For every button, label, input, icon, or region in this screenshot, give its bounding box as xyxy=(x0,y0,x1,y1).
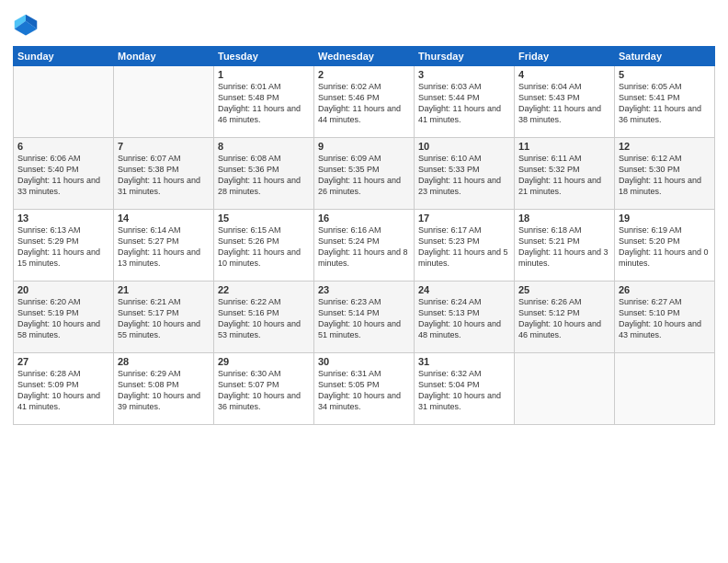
day-number: 26 xyxy=(619,284,711,295)
day-number: 10 xyxy=(418,141,510,152)
day-number: 7 xyxy=(118,141,210,152)
calendar-cell: 30Sunrise: 6:31 AM Sunset: 5:05 PM Dayli… xyxy=(314,353,415,425)
day-info: Sunrise: 6:12 AM Sunset: 5:30 PM Dayligh… xyxy=(619,153,711,198)
day-info: Sunrise: 6:28 AM Sunset: 5:09 PM Dayligh… xyxy=(17,368,109,413)
day-info: Sunrise: 6:11 AM Sunset: 5:32 PM Dayligh… xyxy=(518,153,610,198)
calendar-week: 1Sunrise: 6:01 AM Sunset: 5:48 PM Daylig… xyxy=(14,66,715,138)
calendar-table: SundayMondayTuesdayWednesdayThursdayFrid… xyxy=(13,46,715,425)
calendar-week: 13Sunrise: 6:13 AM Sunset: 5:29 PM Dayli… xyxy=(14,210,715,282)
day-number: 27 xyxy=(17,356,109,367)
day-number: 31 xyxy=(418,356,510,367)
day-number: 4 xyxy=(518,69,610,80)
day-info: Sunrise: 6:23 AM Sunset: 5:14 PM Dayligh… xyxy=(318,296,410,341)
day-info: Sunrise: 6:31 AM Sunset: 5:05 PM Dayligh… xyxy=(318,368,410,413)
page: SundayMondayTuesdayWednesdayThursdayFrid… xyxy=(0,0,728,563)
calendar-cell: 29Sunrise: 6:30 AM Sunset: 5:07 PM Dayli… xyxy=(214,353,314,425)
calendar-cell: 22Sunrise: 6:22 AM Sunset: 5:16 PM Dayli… xyxy=(214,282,314,353)
day-number: 3 xyxy=(418,69,510,80)
calendar-cell: 26Sunrise: 6:27 AM Sunset: 5:10 PM Dayli… xyxy=(615,282,715,353)
calendar-cell: 9Sunrise: 6:09 AM Sunset: 5:35 PM Daylig… xyxy=(314,138,415,210)
weekday-header: Monday xyxy=(114,47,214,66)
calendar-cell: 15Sunrise: 6:15 AM Sunset: 5:26 PM Dayli… xyxy=(214,210,314,282)
day-info: Sunrise: 6:09 AM Sunset: 5:35 PM Dayligh… xyxy=(318,153,410,198)
day-info: Sunrise: 6:13 AM Sunset: 5:29 PM Dayligh… xyxy=(17,224,109,270)
day-info: Sunrise: 6:18 AM Sunset: 5:21 PM Dayligh… xyxy=(518,224,610,270)
calendar-cell: 13Sunrise: 6:13 AM Sunset: 5:29 PM Dayli… xyxy=(14,210,114,282)
day-number: 6 xyxy=(17,141,109,152)
day-info: Sunrise: 6:01 AM Sunset: 5:48 PM Dayligh… xyxy=(218,81,310,126)
day-number: 21 xyxy=(118,284,210,295)
calendar-cell: 16Sunrise: 6:16 AM Sunset: 5:24 PM Dayli… xyxy=(314,210,415,282)
day-info: Sunrise: 6:03 AM Sunset: 5:44 PM Dayligh… xyxy=(418,81,510,126)
day-info: Sunrise: 6:24 AM Sunset: 5:13 PM Dayligh… xyxy=(418,296,510,341)
calendar-cell: 23Sunrise: 6:23 AM Sunset: 5:14 PM Dayli… xyxy=(314,282,415,353)
calendar-cell: 31Sunrise: 6:32 AM Sunset: 5:04 PM Dayli… xyxy=(415,353,515,425)
day-number: 22 xyxy=(218,284,310,295)
calendar-cell: 8Sunrise: 6:08 AM Sunset: 5:36 PM Daylig… xyxy=(214,138,314,210)
day-info: Sunrise: 6:20 AM Sunset: 5:19 PM Dayligh… xyxy=(17,296,109,341)
calendar-week: 20Sunrise: 6:20 AM Sunset: 5:19 PM Dayli… xyxy=(14,282,715,353)
day-info: Sunrise: 6:06 AM Sunset: 5:40 PM Dayligh… xyxy=(17,153,109,198)
calendar-cell: 18Sunrise: 6:18 AM Sunset: 5:21 PM Dayli… xyxy=(515,210,615,282)
weekday-header: Wednesday xyxy=(314,47,415,66)
day-info: Sunrise: 6:30 AM Sunset: 5:07 PM Dayligh… xyxy=(218,368,310,413)
day-info: Sunrise: 6:29 AM Sunset: 5:08 PM Dayligh… xyxy=(118,368,210,413)
day-number: 9 xyxy=(318,141,410,152)
calendar-cell: 4Sunrise: 6:04 AM Sunset: 5:43 PM Daylig… xyxy=(515,66,615,138)
calendar-cell: 11Sunrise: 6:11 AM Sunset: 5:32 PM Dayli… xyxy=(515,138,615,210)
day-info: Sunrise: 6:14 AM Sunset: 5:27 PM Dayligh… xyxy=(118,224,210,270)
day-info: Sunrise: 6:07 AM Sunset: 5:38 PM Dayligh… xyxy=(118,153,210,198)
day-number: 1 xyxy=(218,69,310,80)
weekday-header: Sunday xyxy=(14,47,114,66)
header xyxy=(13,9,715,39)
day-number: 25 xyxy=(518,284,610,295)
calendar-cell xyxy=(615,353,715,425)
day-info: Sunrise: 6:15 AM Sunset: 5:26 PM Dayligh… xyxy=(218,224,310,270)
day-info: Sunrise: 6:08 AM Sunset: 5:36 PM Dayligh… xyxy=(218,153,310,198)
day-number: 8 xyxy=(218,141,310,152)
calendar-cell: 17Sunrise: 6:17 AM Sunset: 5:23 PM Dayli… xyxy=(415,210,515,282)
day-info: Sunrise: 6:19 AM Sunset: 5:20 PM Dayligh… xyxy=(619,224,711,270)
calendar-cell: 12Sunrise: 6:12 AM Sunset: 5:30 PM Dayli… xyxy=(615,138,715,210)
weekday-header: Friday xyxy=(515,47,615,66)
calendar-cell: 7Sunrise: 6:07 AM Sunset: 5:38 PM Daylig… xyxy=(114,138,214,210)
calendar-cell: 14Sunrise: 6:14 AM Sunset: 5:27 PM Dayli… xyxy=(114,210,214,282)
calendar-week: 27Sunrise: 6:28 AM Sunset: 5:09 PM Dayli… xyxy=(14,353,715,425)
calendar-cell: 28Sunrise: 6:29 AM Sunset: 5:08 PM Dayli… xyxy=(114,353,214,425)
calendar-cell: 19Sunrise: 6:19 AM Sunset: 5:20 PM Dayli… xyxy=(615,210,715,282)
calendar-cell xyxy=(515,353,615,425)
day-number: 16 xyxy=(318,213,410,224)
weekday-header: Tuesday xyxy=(214,47,314,66)
logo-icon xyxy=(13,13,39,39)
calendar-cell: 5Sunrise: 6:05 AM Sunset: 5:41 PM Daylig… xyxy=(615,66,715,138)
day-number: 30 xyxy=(318,356,410,367)
calendar-cell: 21Sunrise: 6:21 AM Sunset: 5:17 PM Dayli… xyxy=(114,282,214,353)
calendar-cell xyxy=(114,66,214,138)
weekday-header: Thursday xyxy=(415,47,515,66)
day-info: Sunrise: 6:10 AM Sunset: 5:33 PM Dayligh… xyxy=(418,153,510,198)
day-number: 29 xyxy=(218,356,310,367)
day-number: 15 xyxy=(218,213,310,224)
calendar-cell: 10Sunrise: 6:10 AM Sunset: 5:33 PM Dayli… xyxy=(415,138,515,210)
day-info: Sunrise: 6:05 AM Sunset: 5:41 PM Dayligh… xyxy=(619,81,711,126)
header-row: SundayMondayTuesdayWednesdayThursdayFrid… xyxy=(14,47,715,66)
day-info: Sunrise: 6:27 AM Sunset: 5:10 PM Dayligh… xyxy=(619,296,711,341)
day-info: Sunrise: 6:17 AM Sunset: 5:23 PM Dayligh… xyxy=(418,224,510,270)
day-number: 24 xyxy=(418,284,510,295)
logo xyxy=(13,13,42,39)
calendar-cell: 1Sunrise: 6:01 AM Sunset: 5:48 PM Daylig… xyxy=(214,66,314,138)
day-number: 20 xyxy=(17,284,109,295)
calendar-cell: 25Sunrise: 6:26 AM Sunset: 5:12 PM Dayli… xyxy=(515,282,615,353)
day-number: 5 xyxy=(619,69,711,80)
day-info: Sunrise: 6:22 AM Sunset: 5:16 PM Dayligh… xyxy=(218,296,310,341)
day-info: Sunrise: 6:21 AM Sunset: 5:17 PM Dayligh… xyxy=(118,296,210,341)
weekday-header: Saturday xyxy=(615,47,715,66)
day-info: Sunrise: 6:26 AM Sunset: 5:12 PM Dayligh… xyxy=(518,296,610,341)
day-number: 2 xyxy=(318,69,410,80)
day-number: 12 xyxy=(619,141,711,152)
calendar-cell: 27Sunrise: 6:28 AM Sunset: 5:09 PM Dayli… xyxy=(14,353,114,425)
day-info: Sunrise: 6:16 AM Sunset: 5:24 PM Dayligh… xyxy=(318,224,410,270)
day-info: Sunrise: 6:32 AM Sunset: 5:04 PM Dayligh… xyxy=(418,368,510,413)
day-number: 14 xyxy=(118,213,210,224)
calendar-cell: 2Sunrise: 6:02 AM Sunset: 5:46 PM Daylig… xyxy=(314,66,415,138)
